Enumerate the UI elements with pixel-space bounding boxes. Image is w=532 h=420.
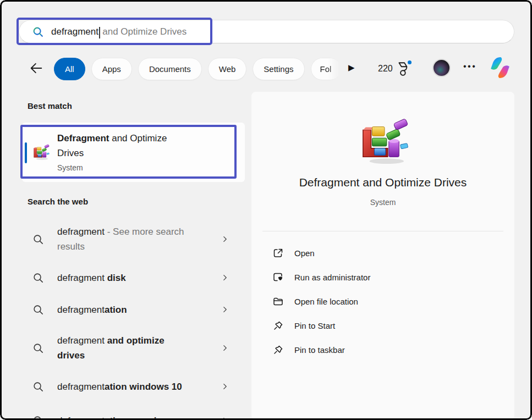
admin-shield-icon [272, 272, 284, 283]
more-filters-icon[interactable]: ▶ [348, 62, 355, 74]
best-match-title: Defragment and Optimize Drives [57, 131, 189, 161]
pin-icon [272, 320, 284, 331]
search-icon [32, 303, 45, 316]
action-pin-to-start[interactable]: Pin to Start [251, 313, 514, 338]
chevron-right-icon [221, 417, 229, 420]
action-open[interactable]: Open [251, 241, 514, 265]
best-match-heading: Best match [28, 101, 72, 110]
chevron-right-icon [221, 344, 229, 352]
search-icon [32, 380, 45, 393]
search-icon [32, 272, 45, 284]
web-suggestion-row[interactable]: defragment disk [26, 265, 235, 290]
open-external-icon [272, 247, 284, 259]
selection-accent-bar [25, 142, 27, 163]
search-icon [32, 233, 45, 246]
chevron-right-icon [221, 235, 229, 243]
rewards-button[interactable]: 220 [378, 57, 411, 81]
chevron-right-icon [221, 383, 229, 390]
detail-subtitle: System [251, 198, 514, 207]
web-suggestion-row[interactable]: defragment and optimize drives [26, 331, 235, 365]
action-pin-to-taskbar[interactable]: Pin to taskbar [251, 338, 514, 362]
search-icon [32, 342, 45, 355]
best-match-subtitle: System [57, 163, 228, 172]
tab-folders-clipped[interactable]: Fol [311, 58, 341, 80]
tab-apps[interactable]: Apps [91, 58, 132, 80]
search-web-heading: Search the web [28, 197, 88, 206]
rewards-points: 220 [378, 64, 393, 74]
search-filter-tabs: All Apps Documents Web Settings Fol [54, 57, 341, 81]
divider [262, 231, 503, 231]
search-query-text: defragment [51, 26, 98, 37]
pin-icon [272, 344, 284, 356]
folder-icon [272, 296, 284, 307]
web-suggestion-row[interactable]: defragment - See more search results [26, 222, 235, 256]
tab-web[interactable]: Web [208, 58, 247, 80]
web-suggestion-row[interactable]: defragmentation windows 10 [26, 374, 235, 399]
best-match-result[interactable]: Defragment and Optimize Drives System [22, 123, 245, 182]
chevron-right-icon [221, 306, 229, 313]
action-run-as-administrator[interactable]: Run as administrator [251, 265, 514, 289]
user-avatar[interactable] [432, 59, 451, 77]
result-detail-panel: Defragment and Optimize Drives System Op… [251, 92, 514, 420]
rewards-trophy-icon [397, 61, 411, 76]
tab-all[interactable]: All [54, 58, 85, 80]
copilot-icon[interactable] [489, 56, 512, 79]
action-open-file-location[interactable]: Open file location [251, 289, 514, 313]
web-suggestion-row[interactable]: defragmentation [26, 297, 235, 322]
tab-settings[interactable]: Settings [253, 58, 304, 80]
defrag-app-icon-large [355, 118, 411, 165]
search-input[interactable]: defragment and Optimize Drives [19, 20, 514, 43]
search-icon [32, 415, 45, 420]
search-autocomplete-text: and Optimize Drives [100, 26, 187, 37]
tab-documents[interactable]: Documents [138, 58, 202, 80]
chevron-right-icon [221, 274, 229, 281]
detail-title: Defragment and Optimize Drives [251, 176, 514, 189]
web-suggestion-row[interactable]: defragmentation meaning [26, 408, 235, 420]
search-icon [32, 26, 44, 38]
rewards-badge-dot [408, 60, 412, 64]
back-button[interactable] [29, 60, 44, 76]
defrag-app-icon [31, 144, 50, 161]
overflow-menu-icon[interactable]: ••• [463, 62, 476, 71]
